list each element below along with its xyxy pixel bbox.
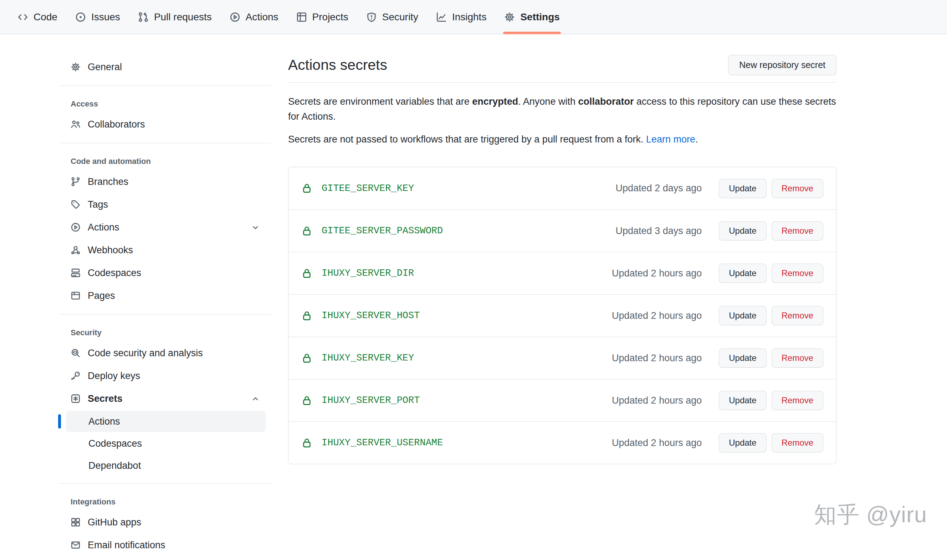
- sidebar-item-codespaces[interactable]: Codespaces: [60, 262, 271, 284]
- sidebar-item-secrets[interactable]: Secrets: [60, 387, 271, 410]
- learn-more-link[interactable]: Learn more: [646, 134, 695, 145]
- update-secret-button[interactable]: Update: [719, 348, 766, 368]
- lock-icon: [301, 310, 312, 322]
- sidebar-item-deploy-keys[interactable]: Deploy keys: [60, 365, 271, 387]
- sidebar-divider: [60, 314, 271, 315]
- play-icon: [71, 222, 80, 232]
- sidebar-subitem-label: Codespaces: [88, 438, 142, 449]
- remove-secret-button[interactable]: Remove: [771, 179, 823, 198]
- sidebar-item-label: Email notifications: [88, 540, 165, 551]
- tab-settings[interactable]: Settings: [495, 0, 568, 34]
- sidebar-item-actions[interactable]: Actions: [60, 216, 271, 238]
- update-secret-button[interactable]: Update: [719, 264, 766, 283]
- tab-label: Settings: [520, 11, 560, 23]
- update-secret-button[interactable]: Update: [719, 179, 766, 198]
- secret-updated: Updated 2 hours ago: [612, 395, 702, 406]
- tab-security[interactable]: Security: [357, 0, 427, 34]
- sidebar-subitem-secrets-codespaces[interactable]: Codespaces: [66, 433, 265, 454]
- secrets-list: GITEE_SERVER_KEY Updated 2 days ago Upda…: [288, 167, 836, 464]
- sidebar-subitem-label: Dependabot: [88, 460, 141, 471]
- remove-secret-button[interactable]: Remove: [771, 348, 823, 368]
- sidebar-item-label: Code security and analysis: [88, 348, 203, 359]
- remove-secret-button[interactable]: Remove: [771, 306, 823, 325]
- sidebar-divider: [60, 86, 271, 86]
- remove-secret-button[interactable]: Remove: [771, 221, 823, 240]
- secret-row: IHUXY_SERVER_KEY Updated 2 hours ago Upd…: [288, 337, 836, 379]
- tab-issues[interactable]: Issues: [66, 0, 129, 34]
- secret-name: IHUXY_SERVER_KEY: [322, 353, 414, 363]
- update-secret-button[interactable]: Update: [719, 306, 766, 325]
- sidebar-item-label: Deploy keys: [88, 371, 140, 382]
- sidebar-item-email-notifications[interactable]: Email notifications: [60, 534, 271, 557]
- lock-icon: [301, 268, 312, 279]
- shield-icon: [366, 12, 377, 22]
- new-repository-secret-button[interactable]: New repository secret: [728, 55, 836, 75]
- mail-icon: [71, 540, 80, 550]
- remove-secret-button[interactable]: Remove: [771, 433, 823, 452]
- key-icon: [71, 371, 80, 381]
- tab-label: Security: [382, 11, 418, 23]
- apps-icon: [71, 517, 80, 527]
- sidebar-item-label: Branches: [88, 176, 128, 188]
- secret-row: GITEE_SERVER_PASSWORD Updated 3 days ago…: [288, 209, 836, 252]
- description-text: Secrets are not passed to workflows that…: [288, 134, 646, 145]
- tab-actions[interactable]: Actions: [221, 0, 287, 34]
- sidebar-item-code-security[interactable]: Code security and analysis: [60, 342, 271, 365]
- secret-name: IHUXY_SERVER_USERNAME: [322, 437, 443, 448]
- sidebar-item-collaborators[interactable]: Collaborators: [60, 113, 271, 136]
- secret-updated: Updated 3 days ago: [616, 226, 702, 237]
- gear-icon: [504, 12, 515, 22]
- update-secret-button[interactable]: Update: [719, 221, 766, 240]
- zhihu-watermark: 知乎 @yiru: [814, 500, 927, 530]
- sidebar-item-pages[interactable]: Pages: [60, 284, 271, 307]
- sidebar-section-security: Security: [60, 322, 271, 342]
- gear-icon: [71, 62, 80, 72]
- sidebar-section-access: Access: [60, 93, 271, 113]
- tab-insights[interactable]: Insights: [427, 0, 496, 34]
- remove-secret-button[interactable]: Remove: [771, 391, 823, 410]
- secret-name: GITEE_SERVER_KEY: [322, 183, 414, 194]
- sidebar-item-label: Secrets: [88, 393, 123, 404]
- sidebar-item-label: Codespaces: [88, 268, 141, 278]
- description-text: . Anyone with: [518, 96, 578, 107]
- secrets-description: Secrets are environment variables that a…: [288, 94, 836, 124]
- sidebar-item-tags[interactable]: Tags: [60, 193, 271, 216]
- sidebar-item-label: Collaborators: [88, 119, 145, 130]
- sidebar-item-webhooks[interactable]: Webhooks: [60, 238, 271, 262]
- update-secret-button[interactable]: Update: [719, 433, 766, 452]
- sidebar-item-github-apps[interactable]: GitHub apps: [60, 511, 271, 534]
- fork-note: Secrets are not passed to workflows that…: [288, 132, 836, 147]
- secret-row: GITEE_SERVER_KEY Updated 2 days ago Upda…: [288, 167, 836, 209]
- remove-secret-button[interactable]: Remove: [771, 264, 823, 283]
- sidebar-item-general[interactable]: General: [60, 55, 271, 78]
- secret-name: IHUXY_SERVER_PORT: [322, 395, 420, 406]
- secret-row: IHUXY_SERVER_PORT Updated 2 hours ago Up…: [288, 379, 836, 422]
- graph-icon: [436, 12, 447, 22]
- sidebar-subitem-secrets-actions[interactable]: Actions: [66, 411, 265, 432]
- codespaces-icon: [71, 268, 80, 278]
- secret-updated: Updated 2 hours ago: [612, 268, 702, 279]
- tab-label: Insights: [452, 11, 487, 23]
- table-icon: [296, 12, 307, 22]
- people-icon: [71, 119, 80, 129]
- lock-icon: [301, 226, 312, 237]
- sidebar-item-branches[interactable]: Branches: [60, 170, 271, 193]
- sidebar-item-label: Actions: [88, 222, 119, 233]
- tab-code[interactable]: Code: [9, 0, 66, 34]
- sidebar-subitem-secrets-dependabot[interactable]: Dependabot: [66, 455, 265, 476]
- sidebar-divider: [60, 483, 271, 484]
- secret-updated: Updated 2 hours ago: [612, 437, 702, 449]
- secret-name: IHUXY_SERVER_DIR: [322, 268, 414, 278]
- sidebar-item-label: Webhooks: [88, 245, 133, 256]
- sidebar-section-code-automation: Code and automation: [60, 150, 271, 170]
- sidebar-item-label: General: [88, 62, 122, 73]
- browser-icon: [71, 291, 80, 301]
- lock-icon: [301, 183, 312, 194]
- update-secret-button[interactable]: Update: [719, 391, 766, 410]
- description-bold: encrypted: [472, 96, 518, 107]
- description-text: .: [695, 134, 698, 145]
- tab-pull-requests[interactable]: Pull requests: [129, 0, 221, 34]
- sidebar-item-label: GitHub apps: [88, 517, 141, 528]
- tab-label: Actions: [246, 11, 278, 23]
- tab-projects[interactable]: Projects: [287, 0, 357, 34]
